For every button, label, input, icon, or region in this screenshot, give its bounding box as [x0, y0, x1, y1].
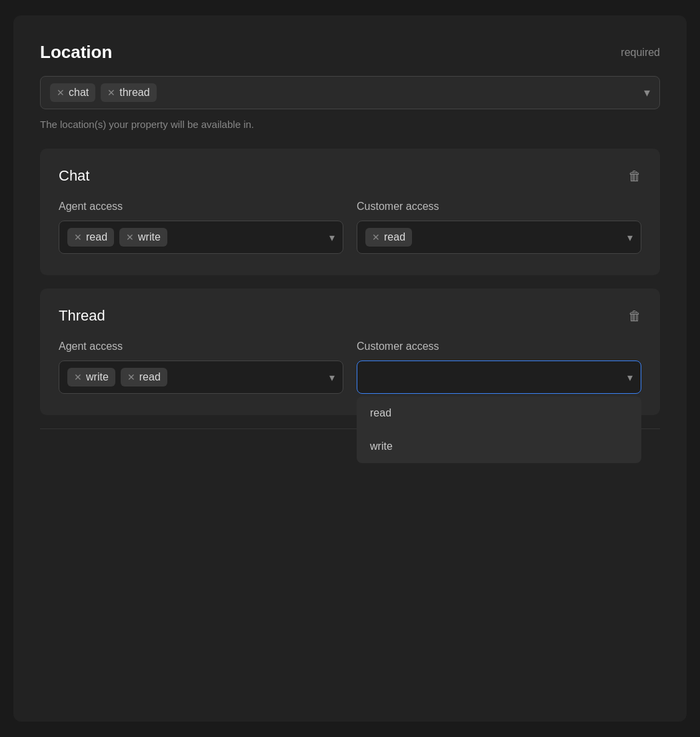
- remove-customer-read-icon[interactable]: ✕: [372, 233, 380, 242]
- location-hint: The location(s) your property will be av…: [40, 119, 660, 130]
- location-select[interactable]: ✕ chat ✕ thread ▾: [40, 76, 660, 109]
- location-tag-chat-label: chat: [69, 87, 89, 99]
- location-tag-thread-label: thread: [119, 87, 149, 99]
- thread-customer-chevron-icon: ▾: [627, 371, 633, 384]
- thread-agent-read-tag[interactable]: ✕ read: [121, 368, 167, 386]
- chat-section-header: Chat 🗑: [59, 167, 641, 185]
- remove-chat-icon[interactable]: ✕: [57, 88, 65, 97]
- chat-section: Chat 🗑 Agent access ✕ read ✕ write ▾: [40, 149, 660, 275]
- location-chevron-icon: ▾: [644, 85, 650, 100]
- remove-agent-read-icon[interactable]: ✕: [74, 233, 82, 242]
- thread-agent-write-label: write: [86, 371, 109, 383]
- thread-customer-access-col: Customer access ▾ read write: [357, 341, 641, 394]
- chat-customer-read-label: read: [384, 231, 405, 243]
- chat-customer-access-label: Customer access: [357, 201, 641, 213]
- chat-customer-access-select[interactable]: ✕ read ▾: [357, 221, 641, 254]
- required-label: required: [621, 47, 660, 59]
- remove-thread-agent-read-icon[interactable]: ✕: [127, 372, 135, 382]
- thread-section-header: Thread 🗑: [59, 307, 641, 325]
- thread-agent-access-col: Agent access ✕ write ✕ read ▾: [59, 341, 343, 394]
- thread-agent-chevron-icon: ▾: [329, 371, 335, 384]
- location-panel: Location required ✕ chat ✕ thread ▾ The …: [13, 15, 687, 722]
- dropdown-option-read[interactable]: read: [357, 396, 641, 430]
- thread-customer-access-label: Customer access: [357, 341, 641, 353]
- remove-thread-icon[interactable]: ✕: [107, 88, 115, 97]
- remove-thread-agent-write-icon[interactable]: ✕: [74, 372, 82, 382]
- thread-section-title: Thread: [59, 307, 105, 325]
- chat-agent-write-label: write: [138, 231, 161, 243]
- chat-customer-access-col: Customer access ✕ read ▾: [357, 201, 641, 254]
- remove-agent-write-icon[interactable]: ✕: [126, 233, 134, 242]
- panel-title: Location: [40, 42, 112, 63]
- chat-agent-access-select[interactable]: ✕ read ✕ write ▾: [59, 221, 343, 254]
- chat-agent-read-label: read: [86, 231, 107, 243]
- thread-customer-dropdown: read write: [357, 396, 641, 463]
- chat-agent-chevron-icon: ▾: [329, 231, 335, 244]
- chat-agent-access-col: Agent access ✕ read ✕ write ▾: [59, 201, 343, 254]
- chat-access-row: Agent access ✕ read ✕ write ▾ Customer a…: [59, 201, 641, 254]
- chat-agent-access-label: Agent access: [59, 201, 343, 213]
- chat-agent-write-tag[interactable]: ✕ write: [119, 228, 167, 247]
- location-tag-thread[interactable]: ✕ thread: [101, 83, 156, 102]
- chat-customer-read-tag[interactable]: ✕ read: [365, 228, 412, 247]
- thread-agent-access-select[interactable]: ✕ write ✕ read ▾: [59, 361, 343, 394]
- chat-customer-chevron-icon: ▾: [627, 231, 633, 244]
- thread-agent-access-label: Agent access: [59, 341, 343, 353]
- chat-agent-read-tag[interactable]: ✕ read: [67, 228, 114, 247]
- dropdown-option-write[interactable]: write: [357, 430, 641, 463]
- panel-header: Location required: [40, 42, 660, 63]
- location-tag-chat[interactable]: ✕ chat: [50, 83, 95, 102]
- chat-delete-icon[interactable]: 🗑: [628, 169, 641, 184]
- chat-section-title: Chat: [59, 167, 89, 185]
- thread-access-row: Agent access ✕ write ✕ read ▾ Customer a…: [59, 341, 641, 394]
- thread-delete-icon[interactable]: 🗑: [628, 309, 641, 324]
- thread-agent-write-tag[interactable]: ✕ write: [67, 368, 115, 386]
- thread-customer-access-select[interactable]: ▾: [357, 361, 641, 394]
- thread-section: Thread 🗑 Agent access ✕ write ✕ read ▾: [40, 289, 660, 415]
- thread-agent-read-label: read: [139, 371, 161, 383]
